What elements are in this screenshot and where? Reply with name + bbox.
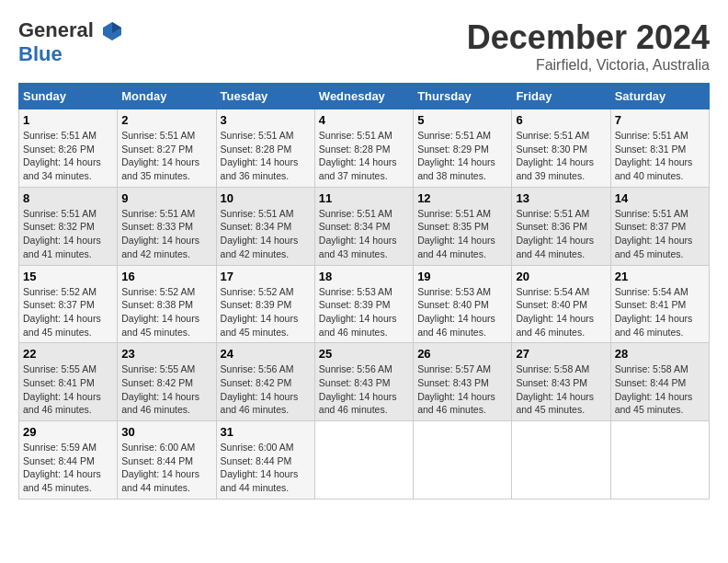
cell-info: Sunrise: 5:56 AMSunset: 8:42 PMDaylight:… <box>221 362 311 417</box>
day-number: 19 <box>417 270 507 283</box>
day-number: 6 <box>516 113 606 127</box>
cell-info: Sunrise: 5:57 AMSunset: 8:43 PMDaylight:… <box>417 362 507 417</box>
cell-info: Sunrise: 5:51 AMSunset: 8:27 PMDaylight:… <box>121 129 211 183</box>
calendar-cell: 25Sunrise: 5:56 AMSunset: 8:43 PMDayligh… <box>314 343 413 421</box>
calendar-cell: 29Sunrise: 5:59 AMSunset: 8:44 PMDayligh… <box>19 421 118 500</box>
calendar-cell: 10Sunrise: 5:51 AMSunset: 8:34 PMDayligh… <box>216 187 314 265</box>
cell-info: Sunrise: 5:55 AMSunset: 8:42 PMDaylight:… <box>121 362 211 417</box>
cell-info: Sunrise: 5:51 AMSunset: 8:32 PMDaylight:… <box>23 207 113 261</box>
calendar-week-2: 8Sunrise: 5:51 AMSunset: 8:32 PMDaylight… <box>19 187 710 265</box>
calendar-cell: 11Sunrise: 5:51 AMSunset: 8:34 PMDayligh… <box>314 187 413 265</box>
calendar-week-4: 22Sunrise: 5:55 AMSunset: 8:41 PMDayligh… <box>19 343 710 421</box>
day-number: 3 <box>221 113 311 127</box>
cell-info: Sunrise: 5:51 AMSunset: 8:30 PMDaylight:… <box>516 129 606 183</box>
day-number: 27 <box>516 347 606 361</box>
day-number: 15 <box>23 270 113 283</box>
cell-info: Sunrise: 5:55 AMSunset: 8:41 PMDaylight:… <box>23 362 113 417</box>
day-number: 12 <box>417 191 507 205</box>
header-monday: Monday <box>118 84 216 109</box>
logo: General Blue <box>18 18 123 67</box>
day-number: 31 <box>221 425 311 439</box>
day-number: 22 <box>23 347 113 361</box>
calendar-cell: 5Sunrise: 5:51 AMSunset: 8:29 PMDaylight… <box>414 109 512 188</box>
day-number: 11 <box>319 191 409 205</box>
day-number: 14 <box>615 191 705 205</box>
day-number: 21 <box>615 270 705 283</box>
day-number: 29 <box>23 425 113 439</box>
day-number: 17 <box>221 270 311 283</box>
cell-info: Sunrise: 5:51 AMSunset: 8:31 PMDaylight:… <box>615 129 705 183</box>
day-number: 4 <box>319 113 409 127</box>
cell-info: Sunrise: 5:51 AMSunset: 8:26 PMDaylight:… <box>23 129 113 183</box>
calendar-cell: 3Sunrise: 5:51 AMSunset: 8:28 PMDaylight… <box>216 109 314 188</box>
calendar-cell: 26Sunrise: 5:57 AMSunset: 8:43 PMDayligh… <box>414 343 512 421</box>
cell-info: Sunrise: 5:51 AMSunset: 8:29 PMDaylight:… <box>417 129 507 183</box>
logo-blue: Blue <box>18 42 123 66</box>
calendar-cell: 30Sunrise: 6:00 AMSunset: 8:44 PMDayligh… <box>118 421 216 500</box>
day-number: 24 <box>221 347 311 361</box>
cell-info: Sunrise: 5:59 AMSunset: 8:44 PMDaylight:… <box>23 441 113 495</box>
calendar-cell: 12Sunrise: 5:51 AMSunset: 8:35 PMDayligh… <box>414 187 512 265</box>
calendar-cell: 8Sunrise: 5:51 AMSunset: 8:32 PMDaylight… <box>19 187 118 265</box>
calendar-cell: 6Sunrise: 5:51 AMSunset: 8:30 PMDaylight… <box>512 109 610 188</box>
day-number: 23 <box>121 347 211 361</box>
calendar-cell: 4Sunrise: 5:51 AMSunset: 8:28 PMDaylight… <box>314 109 413 188</box>
calendar-cell: 16Sunrise: 5:52 AMSunset: 8:38 PMDayligh… <box>118 265 216 343</box>
calendar-cell: 21Sunrise: 5:54 AMSunset: 8:41 PMDayligh… <box>610 265 709 343</box>
cell-info: Sunrise: 5:51 AMSunset: 8:34 PMDaylight:… <box>319 207 409 261</box>
calendar-week-3: 15Sunrise: 5:52 AMSunset: 8:37 PMDayligh… <box>19 265 710 343</box>
day-number: 25 <box>319 347 409 361</box>
calendar-table: SundayMondayTuesdayWednesdayThursdayFrid… <box>18 83 710 500</box>
cell-info: Sunrise: 5:58 AMSunset: 8:44 PMDaylight:… <box>615 362 705 417</box>
cell-info: Sunrise: 5:51 AMSunset: 8:35 PMDaylight:… <box>417 207 507 261</box>
page-header: General Blue December 2024 Fairfield, Vi… <box>18 18 710 74</box>
day-number: 7 <box>615 113 705 127</box>
day-number: 1 <box>23 113 113 127</box>
calendar-cell: 22Sunrise: 5:55 AMSunset: 8:41 PMDayligh… <box>19 343 118 421</box>
logo-icon <box>101 20 123 42</box>
cell-info: Sunrise: 5:52 AMSunset: 8:39 PMDaylight:… <box>221 285 311 339</box>
calendar-cell: 28Sunrise: 5:58 AMSunset: 8:44 PMDayligh… <box>610 343 709 421</box>
calendar-cell: 2Sunrise: 5:51 AMSunset: 8:27 PMDaylight… <box>118 109 216 188</box>
day-number: 8 <box>23 191 113 205</box>
calendar-week-5: 29Sunrise: 5:59 AMSunset: 8:44 PMDayligh… <box>19 421 710 500</box>
day-number: 16 <box>121 270 211 283</box>
calendar-header-row: SundayMondayTuesdayWednesdayThursdayFrid… <box>19 84 710 109</box>
header-tuesday: Tuesday <box>216 84 314 109</box>
cell-info: Sunrise: 5:51 AMSunset: 8:28 PMDaylight:… <box>319 129 409 183</box>
cell-info: Sunrise: 5:53 AMSunset: 8:39 PMDaylight:… <box>319 285 409 339</box>
day-number: 28 <box>615 347 705 361</box>
cell-info: Sunrise: 6:00 AMSunset: 8:44 PMDaylight:… <box>121 441 211 495</box>
calendar-cell: 23Sunrise: 5:55 AMSunset: 8:42 PMDayligh… <box>118 343 216 421</box>
calendar-cell <box>512 421 610 500</box>
calendar-cell: 31Sunrise: 6:00 AMSunset: 8:44 PMDayligh… <box>216 421 314 500</box>
day-number: 20 <box>516 270 606 283</box>
month-title: December 2024 <box>467 18 710 57</box>
day-number: 9 <box>121 191 211 205</box>
cell-info: Sunrise: 5:51 AMSunset: 8:28 PMDaylight:… <box>221 129 311 183</box>
cell-info: Sunrise: 5:54 AMSunset: 8:40 PMDaylight:… <box>516 285 606 339</box>
day-number: 18 <box>319 270 409 283</box>
cell-info: Sunrise: 5:51 AMSunset: 8:33 PMDaylight:… <box>121 207 211 261</box>
day-number: 2 <box>121 113 211 127</box>
cell-info: Sunrise: 5:51 AMSunset: 8:36 PMDaylight:… <box>516 207 606 261</box>
calendar-cell: 1Sunrise: 5:51 AMSunset: 8:26 PMDaylight… <box>19 109 118 188</box>
calendar-week-1: 1Sunrise: 5:51 AMSunset: 8:26 PMDaylight… <box>19 109 710 188</box>
cell-info: Sunrise: 5:51 AMSunset: 8:37 PMDaylight:… <box>615 207 705 261</box>
calendar-cell: 17Sunrise: 5:52 AMSunset: 8:39 PMDayligh… <box>216 265 314 343</box>
cell-info: Sunrise: 5:56 AMSunset: 8:43 PMDaylight:… <box>319 362 409 417</box>
cell-info: Sunrise: 5:52 AMSunset: 8:38 PMDaylight:… <box>121 285 211 339</box>
calendar-cell: 20Sunrise: 5:54 AMSunset: 8:40 PMDayligh… <box>512 265 610 343</box>
calendar-cell: 27Sunrise: 5:58 AMSunset: 8:43 PMDayligh… <box>512 343 610 421</box>
calendar-cell: 9Sunrise: 5:51 AMSunset: 8:33 PMDaylight… <box>118 187 216 265</box>
calendar-cell <box>414 421 512 500</box>
calendar-cell: 14Sunrise: 5:51 AMSunset: 8:37 PMDayligh… <box>610 187 709 265</box>
cell-info: Sunrise: 6:00 AMSunset: 8:44 PMDaylight:… <box>221 441 311 495</box>
day-number: 26 <box>417 347 507 361</box>
day-number: 13 <box>516 191 606 205</box>
calendar-cell <box>314 421 413 500</box>
cell-info: Sunrise: 5:53 AMSunset: 8:40 PMDaylight:… <box>417 285 507 339</box>
calendar-cell: 18Sunrise: 5:53 AMSunset: 8:39 PMDayligh… <box>314 265 413 343</box>
day-number: 10 <box>221 191 311 205</box>
cell-info: Sunrise: 5:54 AMSunset: 8:41 PMDaylight:… <box>615 285 705 339</box>
